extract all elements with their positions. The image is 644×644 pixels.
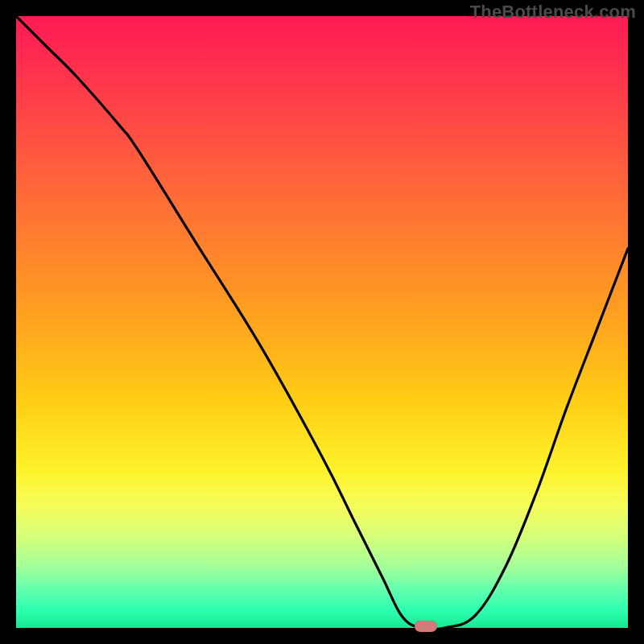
watermark-text: TheBottleneck.com <box>470 2 636 23</box>
optimal-point-marker <box>415 621 437 632</box>
chart-frame: TheBottleneck.com <box>0 0 644 644</box>
bottleneck-curve <box>16 16 628 628</box>
plot-area <box>16 16 628 628</box>
